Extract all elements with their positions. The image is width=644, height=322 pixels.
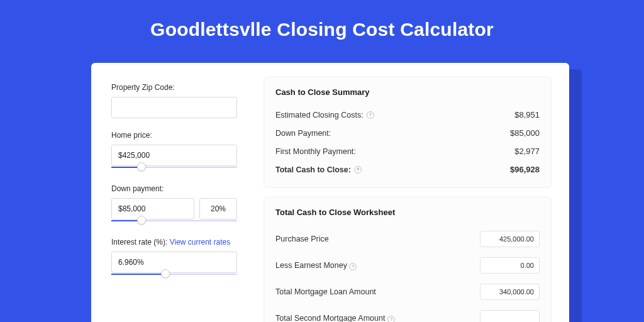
worksheet-panel: Total Cash to Close Worksheet Purchase P… (264, 197, 552, 322)
worksheet-row: Purchase Price 425,000.00 (275, 226, 540, 252)
price-label: Home price: (111, 131, 237, 140)
worksheet-row-label: Total Second Mortgage Amount (275, 314, 385, 323)
slider-thumb[interactable] (137, 216, 146, 225)
worksheet-row-value[interactable]: 0.00 (480, 257, 540, 274)
worksheet-row-value[interactable] (480, 310, 540, 322)
summary-row-label: First Monthly Payment: (275, 147, 356, 156)
slider-fill (111, 274, 165, 275)
summary-row: Estimated Closing Costs: ? $8,951 (275, 106, 540, 124)
worksheet-row-label: Purchase Price (275, 235, 329, 243)
summary-row-value: $8,951 (514, 110, 540, 119)
rate-slider[interactable] (111, 272, 237, 279)
field-down: Down payment: (111, 184, 237, 225)
summary-row-value: $2,977 (514, 147, 540, 156)
price-slider[interactable] (111, 165, 237, 172)
price-input[interactable] (111, 145, 237, 166)
down-label: Down payment: (111, 184, 237, 193)
rate-input[interactable] (111, 252, 237, 273)
worksheet-row: Total Mortgage Loan Amount 340,000.00 (275, 279, 540, 305)
summary-row-label: Estimated Closing Costs: (275, 111, 364, 119)
summary-total-row: Total Cash to Close: ? $96,928 (275, 160, 540, 179)
help-icon[interactable]: ? (349, 263, 357, 270)
worksheet-row-label: Total Mortgage Loan Amount (275, 287, 376, 296)
slider-thumb[interactable] (161, 269, 170, 278)
summary-total-value: $96,928 (510, 165, 540, 174)
summary-row: Down Payment: $85,000 (275, 124, 540, 142)
field-price: Home price: (111, 131, 237, 172)
field-rate: Interest rate (%): View current rates (111, 238, 237, 279)
slider-thumb[interactable] (137, 162, 146, 171)
down-pct-input[interactable] (199, 198, 237, 219)
calculator-card: Property Zip Code: Home price: Down paym… (91, 63, 569, 322)
worksheet-row-label: Less Earnest Money (275, 261, 347, 270)
worksheet-row-value[interactable]: 425,000.00 (480, 231, 540, 247)
field-zip: Property Zip Code: (111, 83, 237, 118)
summary-row-value: $85,000 (510, 128, 540, 138)
zip-label: Property Zip Code: (111, 83, 237, 92)
summary-panel: Cash to Close Summary Estimated Closing … (264, 77, 552, 188)
summary-total-label: Total Cash to Close: (275, 165, 351, 174)
rate-label-text: Interest rate (%): (111, 238, 167, 247)
down-input[interactable] (111, 198, 194, 219)
results-column: Cash to Close Summary Estimated Closing … (248, 63, 569, 322)
summary-row: First Monthly Payment: $2,977 (275, 142, 540, 160)
down-slider[interactable] (111, 219, 237, 225)
worksheet-row-value[interactable]: 340,000.00 (480, 284, 540, 300)
worksheet-row: Total Second Mortgage Amount ? (275, 305, 540, 322)
rate-label: Interest rate (%): View current rates (111, 238, 237, 247)
view-rates-link[interactable]: View current rates (170, 238, 231, 247)
inputs-column: Property Zip Code: Home price: Down paym… (91, 63, 248, 322)
summary-row-label: Down Payment: (275, 129, 331, 138)
zip-input[interactable] (111, 97, 237, 118)
help-icon[interactable]: ? (367, 111, 374, 119)
summary-title: Cash to Close Summary (275, 87, 540, 97)
page-title: Goodlettsvlle Closing Cost Calculator (0, 0, 644, 57)
help-icon[interactable]: ? (387, 316, 395, 323)
worksheet-title: Total Cash to Close Worksheet (275, 208, 540, 217)
help-icon[interactable]: ? (354, 166, 362, 174)
worksheet-row: Less Earnest Money ? 0.00 (275, 252, 540, 279)
